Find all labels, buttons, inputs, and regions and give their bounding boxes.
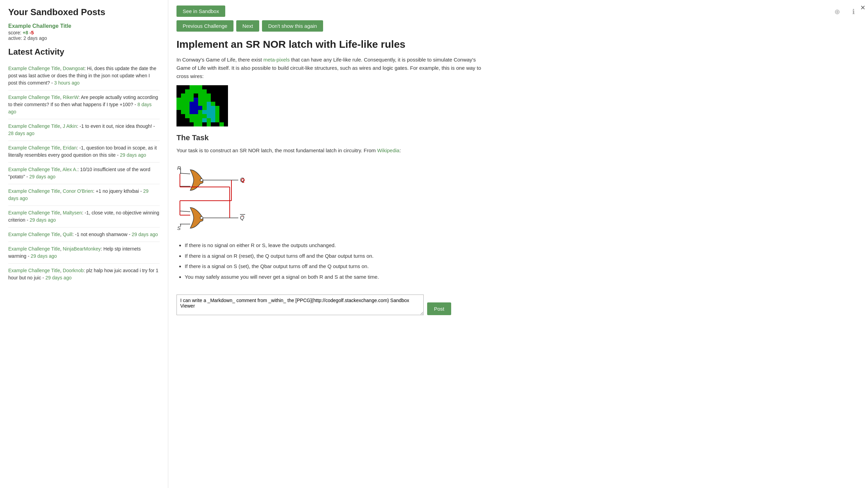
list-item: Example Challenge Title, Eridan: -1, que…	[8, 141, 160, 162]
activity-post-link[interactable]: Example Challenge Title	[8, 232, 60, 237]
post-score: score: +8 -5	[8, 30, 160, 35]
next-button[interactable]: Next	[236, 20, 259, 32]
gol-image	[176, 85, 228, 126]
activity-user-link[interactable]: Doorknob	[63, 268, 84, 273]
latest-activity-title: Latest Activity	[8, 47, 160, 57]
activity-time-link[interactable]: 29 days ago	[31, 253, 57, 259]
activity-time-link[interactable]: 29 days ago	[29, 174, 55, 179]
activity-user-link[interactable]: J Atkin	[63, 123, 77, 129]
task-intro-text2: :	[399, 147, 401, 153]
list-item: Example Challenge Title, RikerW: Are peo…	[8, 90, 160, 119]
activities-list: Example Challenge Title, Downgoat: Hi, d…	[8, 62, 160, 285]
activity-post-link[interactable]: Example Challenge Title	[8, 167, 60, 172]
svg-text:Q: Q	[241, 177, 245, 183]
sidebar: Your Sandboxed Posts Example Challenge T…	[0, 0, 168, 488]
wikipedia-link[interactable]: Wikipedia	[377, 147, 399, 153]
circuit-diagram: Q Q	[176, 159, 486, 236]
list-item: Example Challenge Title, NinjaBearMonkey…	[8, 242, 160, 263]
activity-post-link[interactable]: Example Challenge Title	[8, 123, 60, 129]
score-plus: +8	[23, 30, 28, 35]
list-item: If there is a signal on R (reset), the Q…	[185, 252, 486, 260]
list-item: Example Challenge Title, Quill: -1 not e…	[8, 227, 160, 242]
activity-time-link[interactable]: 29 days ago	[120, 152, 146, 158]
dots-icon[interactable]: ℹ	[847, 5, 860, 18]
nav-buttons-row: Previous Challenge Next Don't show this …	[176, 20, 860, 32]
activity-time-link[interactable]: 29 days ago	[132, 232, 158, 237]
list-item: Example Challenge Title, Alex A.: 10/10 …	[8, 162, 160, 184]
activity-post-link[interactable]: Example Challenge Title	[8, 66, 60, 71]
list-item: Example Challenge Title, Maltysen: -1, c…	[8, 206, 160, 227]
main-content: ⊕ ℹ See in Sandbox Previous Challenge Ne…	[168, 0, 868, 488]
task-title: The Task	[176, 133, 486, 142]
activity-post-link[interactable]: Example Challenge Title	[8, 95, 60, 100]
activity-user-link[interactable]: Eridan	[63, 145, 77, 151]
activity-post-link[interactable]: Example Challenge Title	[8, 210, 60, 215]
svg-text:S: S	[177, 225, 181, 231]
latest-activity-section: Latest Activity Example Challenge Title,…	[8, 47, 160, 285]
svg-line-0	[180, 173, 190, 174]
activity-time-link[interactable]: 29 days ago	[30, 217, 56, 223]
activity-user-link[interactable]: Alex A.	[62, 167, 78, 172]
top-right-icons: ⊕ ℹ	[831, 5, 860, 18]
nor-latch-svg: Q Q	[176, 159, 279, 235]
post-title-link[interactable]: Example Challenge Title	[8, 23, 71, 29]
post-title: Implement an SR NOR latch with Life-like…	[176, 38, 486, 50]
list-item: If there is no signal on either R or S, …	[185, 242, 486, 249]
activity-post-link[interactable]: Example Challenge Title	[8, 246, 60, 252]
list-item: You may safely assume you will never get…	[185, 273, 486, 281]
activity-post-link[interactable]: Example Challenge Title	[8, 188, 60, 194]
activity-user-link[interactable]: Quill	[63, 232, 72, 237]
svg-point-12	[200, 217, 203, 219]
post-button[interactable]: Post	[427, 302, 451, 315]
close-button[interactable]: ×	[860, 3, 865, 12]
post-content: Implement an SR NOR latch with Life-like…	[176, 38, 486, 281]
svg-text:Q: Q	[240, 215, 244, 221]
activity-user-link[interactable]: RikerW	[63, 95, 79, 100]
sidebar-title: Your Sandboxed Posts	[8, 7, 160, 18]
svg-line-10	[180, 211, 190, 212]
comment-input[interactable]	[176, 295, 424, 315]
list-item: Example Challenge Title, Doorknob: plz h…	[8, 263, 160, 285]
score-minus: -5	[30, 30, 34, 35]
list-item: Example Challenge Title, J Atkin: -1 to …	[8, 119, 160, 141]
task-intro-text: Your task is to construct an SR NOR latc…	[176, 147, 377, 153]
intro-text-1: In Conway's Game of Life, there exist	[176, 57, 263, 63]
meta-pixels-link[interactable]: meta-pixels	[263, 57, 290, 63]
task-intro-paragraph: Your task is to construct an SR NOR latc…	[176, 146, 486, 155]
list-item: If there is a signal on S (set), the Qba…	[185, 263, 486, 270]
activity-time-link[interactable]: 8 days ago	[8, 102, 152, 114]
bullet-list: If there is no signal on either R or S, …	[185, 242, 486, 281]
activity-user-link[interactable]: Maltysen	[63, 210, 82, 215]
svg-point-2	[200, 179, 203, 181]
previous-challenge-button[interactable]: Previous Challenge	[176, 20, 233, 32]
dont-show-button[interactable]: Don't show this again	[262, 20, 323, 32]
activity-time-link[interactable]: 28 days ago	[8, 131, 34, 136]
activity-user-link[interactable]: Downgoat	[63, 66, 84, 71]
intro-paragraph: In Conway's Game of Life, there exist me…	[176, 56, 486, 80]
activity-post-link[interactable]: Example Challenge Title	[8, 145, 60, 151]
activity-user-link[interactable]: NinjaBearMonkey	[63, 246, 101, 252]
activity-time-link[interactable]: 3 hours ago	[54, 80, 80, 86]
list-item: Example Challenge Title, Conor O'Brien: …	[8, 184, 160, 206]
activity-user-link[interactable]: Conor O'Brien	[63, 188, 93, 194]
top-buttons-row: See in Sandbox	[176, 5, 860, 17]
sandboxed-post: Example Challenge Title score: +8 -5 act…	[8, 23, 160, 41]
comment-area: Post	[176, 295, 451, 315]
post-active: active: 2 days ago	[8, 35, 160, 41]
expand-icon[interactable]: ⊕	[831, 5, 843, 18]
see-in-sandbox-button[interactable]: See in Sandbox	[176, 5, 225, 17]
activity-time-link[interactable]: 29 days ago	[45, 275, 71, 280]
list-item: Example Challenge Title, Downgoat: Hi, d…	[8, 62, 160, 90]
activity-post-link[interactable]: Example Challenge Title	[8, 268, 60, 273]
